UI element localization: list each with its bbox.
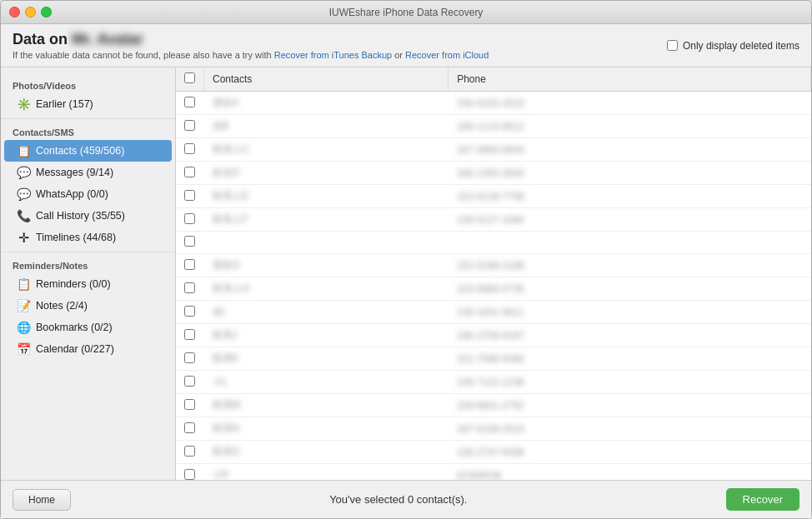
maximize-button[interactable]	[41, 7, 52, 17]
row-checkbox-cell[interactable]	[176, 347, 204, 371]
only-deleted-label: Only display deleted items	[683, 40, 799, 52]
table-row: 友B188-1119-9012	[176, 115, 811, 138]
table-row: 朋友A156-0163-3523	[176, 92, 811, 115]
sidebar-item-whatsapp[interactable]: 💬 WhatsApp (0/0)	[4, 183, 172, 205]
row-contact-name: 友B	[204, 115, 449, 138]
row-checkbox[interactable]	[184, 329, 195, 340]
row-contact-name: 联系人F	[204, 208, 449, 232]
only-deleted-checkbox[interactable]	[667, 40, 678, 51]
header-subtext: If the valuable data cannot be found, pl…	[13, 50, 489, 60]
minimize-button[interactable]	[25, 7, 36, 17]
row-checkbox[interactable]	[184, 352, 195, 363]
row-phone: 156-0163-3523	[449, 92, 811, 115]
table-row: 姓名D186-1350-3840	[176, 162, 811, 185]
col-contacts: Contacts	[204, 67, 449, 92]
close-button[interactable]	[9, 7, 20, 17]
row-checkbox-cell[interactable]	[176, 254, 204, 277]
row-checkbox-cell[interactable]	[176, 208, 204, 232]
sidebar-item-notes[interactable]: 📝 Notes (2/4)	[4, 295, 172, 317]
sidebar-item-earlier[interactable]: ✳️ Earlier (157)	[4, 93, 172, 115]
row-checkbox-cell[interactable]	[176, 417, 204, 441]
table-row: 联系K151-7596-5060	[176, 347, 811, 371]
table-row: 小P62369538	[176, 464, 811, 481]
row-contact-name: 联系人E	[204, 185, 449, 208]
row-phone	[449, 232, 811, 254]
row-checkbox[interactable]	[184, 446, 195, 457]
row-checkbox-cell[interactable]	[176, 138, 204, 162]
sidebar-item-reminders[interactable]: 📋 Reminders (0/0)	[4, 273, 172, 295]
row-contact-name: 联系K	[204, 347, 449, 371]
row-checkbox-cell[interactable]	[176, 441, 204, 464]
row-checkbox-cell[interactable]	[176, 115, 204, 138]
row-checkbox[interactable]	[184, 236, 195, 247]
sidebar-item-messages[interactable]: 💬 Messages (9/14)	[4, 162, 172, 183]
row-checkbox-cell[interactable]	[176, 232, 204, 254]
table-row: 友I139-1001-9811	[176, 301, 811, 324]
reminders-icon: 📋	[16, 277, 31, 292]
sidebar-item-timelines[interactable]: ✛ Timelines (44/68)	[4, 227, 172, 248]
row-contact-name	[204, 232, 449, 254]
col-phone: Phone	[449, 67, 811, 92]
row-checkbox[interactable]	[184, 213, 195, 224]
row-phone: 187-0158-3523	[449, 417, 811, 441]
main-window: IUWEshare iPhone Data Recovery Data on M…	[0, 0, 812, 519]
row-checkbox[interactable]	[184, 469, 195, 480]
row-phone: 152-0188-3188	[449, 254, 811, 277]
sidebar-item-label: Calendar (0/227)	[36, 343, 114, 355]
row-checkbox-cell[interactable]	[176, 394, 204, 417]
row-checkbox-cell[interactable]	[176, 92, 204, 115]
row-checkbox[interactable]	[184, 97, 195, 107]
select-all-checkbox[interactable]	[184, 72, 195, 83]
sidebar: Photos/Videos ✳️ Earlier (157) Contacts/…	[1, 67, 176, 480]
row-checkbox-cell[interactable]	[176, 324, 204, 347]
titlebar: IUWEshare iPhone Data Recovery	[1, 1, 811, 24]
table-row: 联系J186-2709-9187	[176, 324, 811, 347]
row-checkbox[interactable]	[184, 167, 195, 177]
whatsapp-icon: 💬	[16, 187, 31, 202]
sidebar-item-contacts[interactable]: 📋 Contacts (459/506)	[4, 140, 172, 162]
sidebar-item-bookmarks[interactable]: 🌐 Bookmarks (0/2)	[4, 317, 172, 338]
icloud-link[interactable]: Recover from iCloud	[405, 50, 489, 60]
calendar-icon: 📅	[16, 342, 31, 357]
row-checkbox[interactable]	[184, 259, 195, 270]
row-checkbox[interactable]	[184, 422, 195, 433]
row-checkbox[interactable]	[184, 143, 195, 154]
callhistory-icon: 📞	[16, 208, 31, 223]
row-checkbox[interactable]	[184, 282, 195, 293]
itunes-backup-link[interactable]: Recover from iTunes Backup	[274, 50, 392, 60]
row-checkbox-cell[interactable]	[176, 277, 204, 301]
header-bar: Data on Mr. Avatar If the valuable data …	[1, 24, 811, 67]
bookmarks-icon: 🌐	[16, 320, 31, 335]
row-checkbox-cell[interactable]	[176, 371, 204, 394]
row-checkbox[interactable]	[184, 190, 195, 201]
home-button[interactable]: Home	[13, 489, 71, 511]
row-phone: 186-1350-3840	[449, 162, 811, 185]
row-checkbox[interactable]	[184, 120, 195, 131]
table-row: 联系M159-6601-2752	[176, 394, 811, 417]
table-row: 小L159-7122-1238	[176, 371, 811, 394]
row-checkbox-cell[interactable]	[176, 185, 204, 208]
sidebar-item-label: Timelines (44/68)	[36, 232, 116, 243]
row-phone: 187-3960-5843	[449, 138, 811, 162]
contacts-table: Contacts Phone 朋友A156-0163-3523友B188-111…	[176, 67, 811, 480]
row-contact-name: 友I	[204, 301, 449, 324]
page-headline: Data on Mr. Avatar	[13, 31, 489, 48]
row-checkbox-cell[interactable]	[176, 162, 204, 185]
header-info: Data on Mr. Avatar If the valuable data …	[13, 31, 489, 60]
sidebar-item-callhistory[interactable]: 📞 Call History (35/55)	[4, 205, 172, 227]
sidebar-item-calendar[interactable]: 📅 Calendar (0/227)	[4, 338, 172, 360]
recover-button[interactable]: Recover	[726, 488, 799, 511]
row-checkbox-cell[interactable]	[176, 464, 204, 481]
row-contact-name: 朋友G	[204, 254, 449, 277]
row-checkbox[interactable]	[184, 306, 195, 317]
row-checkbox[interactable]	[184, 376, 195, 387]
row-checkbox[interactable]	[184, 399, 195, 410]
sidebar-item-label: Messages (9/14)	[36, 167, 113, 178]
row-phone: 152-0128-7758	[449, 185, 811, 208]
row-checkbox-cell[interactable]	[176, 301, 204, 324]
window-title: IUWEshare iPhone Data Recovery	[329, 7, 484, 18]
footer-status: You've selected 0 contact(s).	[329, 493, 467, 506]
content-area: Contacts Phone 朋友A156-0163-3523友B188-111…	[176, 67, 811, 480]
contacts-table-container[interactable]: Contacts Phone 朋友A156-0163-3523友B188-111…	[176, 67, 811, 480]
row-phone: 159-7122-1238	[449, 371, 811, 394]
